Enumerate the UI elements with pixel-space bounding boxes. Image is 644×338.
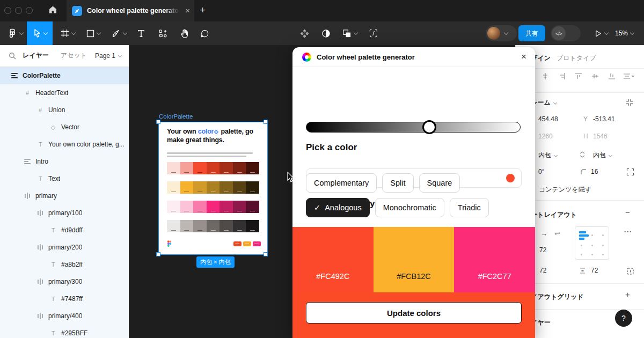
distribute-menu-icon[interactable]: [623, 72, 634, 82]
share-button[interactable]: 共有: [518, 25, 545, 41]
component-tool-button[interactable]: [295, 21, 313, 45]
selection-handle[interactable]: [264, 120, 268, 124]
embed-code-button[interactable]: [364, 21, 383, 45]
palette-cell: [193, 201, 207, 213]
comment-tool-button[interactable]: [195, 21, 214, 45]
rotation-value[interactable]: 0°: [538, 168, 544, 175]
layer-row-intro[interactable]: Intro: [0, 153, 129, 170]
tab-assets[interactable]: アセット: [61, 51, 87, 60]
independent-padding-icon[interactable]: [626, 267, 634, 277]
shape-tool-button[interactable]: [82, 21, 105, 45]
alignment-widget[interactable]: [575, 226, 609, 260]
palette-type-complementary[interactable]: Complementary: [306, 173, 377, 193]
collapse-icon[interactable]: [625, 98, 634, 108]
brightness-slider[interactable]: [306, 122, 521, 133]
layer-row-primary-200[interactable]: primary/200: [0, 239, 129, 256]
auto-layout-more-button[interactable]: ···: [624, 228, 632, 236]
actions-tool-button[interactable]: [153, 21, 172, 45]
palette-cell: [180, 162, 194, 174]
selection-handle[interactable]: [264, 252, 268, 256]
align-bottom-icon[interactable]: [608, 72, 616, 82]
home-button[interactable]: [45, 4, 60, 18]
slider-handle[interactable]: [422, 120, 436, 134]
text-tool-button[interactable]: [133, 21, 150, 45]
colorpalette-frame[interactable]: Your own color palette, go make great th…: [159, 122, 267, 254]
layer-row-d9ddff[interactable]: T#d9ddff: [0, 222, 129, 239]
align-top-icon[interactable]: [575, 72, 582, 82]
traffic-light-close-icon[interactable]: [4, 7, 11, 14]
layer-row-primary-300[interactable]: primary/300: [0, 273, 129, 290]
help-button[interactable]: ?: [615, 310, 632, 327]
layer-row-vector[interactable]: ◇Vector: [0, 119, 129, 136]
palette-type-analogous[interactable]: ✓Analogous: [306, 198, 370, 217]
layer-row-7487ff[interactable]: T#7487ff: [0, 290, 129, 307]
page-selector[interactable]: Page 1: [95, 52, 121, 60]
w-value[interactable]: 1260: [538, 133, 553, 140]
layer-row-primary-400[interactable]: primary/400: [0, 307, 129, 325]
corner-radius-value[interactable]: 16: [591, 168, 598, 175]
align-v-center-icon[interactable]: [591, 72, 599, 82]
h-value[interactable]: 1546: [593, 133, 608, 140]
palette-cell: [219, 181, 233, 194]
new-tab-button[interactable]: +: [200, 4, 206, 16]
layer-row-primary-100[interactable]: primary/100: [0, 204, 129, 222]
independent-corners-icon[interactable]: [626, 168, 634, 178]
layer-row-headertext[interactable]: #HeaderText: [0, 84, 129, 101]
padding-h-value[interactable]: 72: [539, 267, 546, 274]
selection-handle[interactable]: [156, 120, 160, 124]
traffic-light-zoom-icon[interactable]: [26, 7, 33, 14]
y-value[interactable]: -513.41: [593, 115, 615, 123]
padding-v-value[interactable]: 72: [591, 267, 598, 274]
autolayout-horizontal-icon: [36, 278, 44, 285]
remove-auto-layout-button[interactable]: −: [625, 208, 630, 217]
figma-menu-button[interactable]: [4, 21, 27, 45]
layout-direction-right-icon[interactable]: →: [540, 230, 547, 238]
layer-name: Vector: [61, 123, 79, 131]
component-icon: [300, 29, 309, 38]
search-icon[interactable]: [9, 52, 16, 62]
hand-tool-button[interactable]: [174, 21, 194, 45]
layer-row-a8b2ff[interactable]: T#a8b2ff: [0, 256, 129, 273]
palette-type-split[interactable]: Split: [382, 173, 413, 193]
x-value[interactable]: 454.48: [538, 115, 558, 123]
tab-layers[interactable]: レイヤー: [23, 51, 49, 60]
align-right-icon[interactable]: [558, 72, 566, 82]
zoom-menu[interactable]: 15%: [615, 21, 634, 45]
move-tool-button[interactable]: [27, 21, 53, 45]
hug-vertical-dropdown[interactable]: 内包: [593, 151, 612, 160]
palette-type-monochromatic[interactable]: Monochromatic: [375, 198, 444, 217]
layer-row-union[interactable]: #Union: [0, 101, 129, 119]
update-colors-button[interactable]: Update colors: [306, 302, 522, 324]
palette-type-triadic[interactable]: Triadic: [450, 198, 489, 217]
selection-handle[interactable]: [156, 252, 160, 256]
current-user-menu[interactable]: [486, 25, 517, 41]
clip-content-label[interactable]: コンテンツを隠す: [539, 185, 591, 194]
boolean-tool-button[interactable]: [338, 21, 362, 45]
layer-row-text[interactable]: TText: [0, 170, 129, 187]
palette-type-square[interactable]: Square: [419, 173, 460, 193]
plugin-close-icon[interactable]: ×: [521, 52, 526, 62]
palette-cell: [219, 201, 233, 213]
file-tab[interactable]: Color wheel palette generator (コミ ×: [67, 0, 194, 21]
hug-horizontal-dropdown[interactable]: 内包: [538, 151, 557, 160]
swatch-fc2c77[interactable]: #FC2C77: [454, 227, 535, 292]
gap-value[interactable]: 72: [539, 246, 546, 254]
frame-label[interactable]: ColorPalette: [159, 113, 193, 120]
frame-tool-button[interactable]: [56, 21, 79, 45]
pen-tool-button[interactable]: [107, 21, 131, 45]
layer-row-295bff[interactable]: T#295BFF: [0, 325, 129, 338]
tab-prototype[interactable]: プロトタイプ: [557, 54, 596, 63]
layer-row-your-own-color-palette-g[interactable]: TYour own color palette, g...: [0, 136, 129, 153]
add-layout-grid-button[interactable]: +: [625, 290, 630, 299]
traffic-light-minimize-icon[interactable]: [15, 7, 22, 14]
mask-tool-button[interactable]: [317, 21, 335, 45]
align-h-center-icon[interactable]: [541, 72, 549, 82]
swatch-fc492c[interactable]: #FC492C: [292, 227, 374, 292]
tab-close-icon[interactable]: ×: [185, 6, 190, 16]
present-button[interactable]: [589, 21, 613, 45]
layer-row-colorpalette[interactable]: ColorPalette: [0, 67, 129, 84]
layer-row-primary[interactable]: primary: [0, 187, 129, 204]
swatch-fcb12c[interactable]: #FCB12C: [374, 227, 455, 292]
dev-mode-toggle[interactable]: </>: [551, 25, 581, 41]
layout-wrap-icon[interactable]: ↩: [554, 230, 560, 238]
